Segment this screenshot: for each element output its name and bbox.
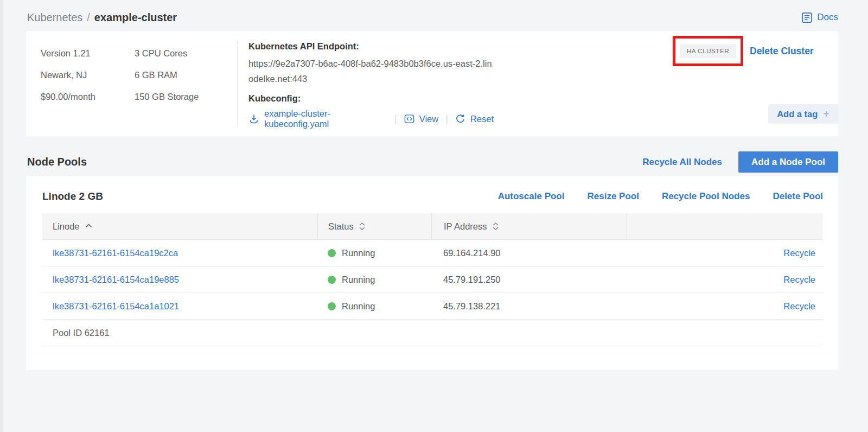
table-footer-row: Pool ID 62161 [42, 320, 823, 346]
node-link[interactable]: lke38731-62161-6154ca19e885 [53, 275, 179, 285]
api-endpoint-url: https://9e2a7307-b6ac-408f-ba62-9483b0b3… [248, 56, 494, 86]
recycle-node-button[interactable]: Recycle [783, 275, 815, 285]
view-code-icon [404, 114, 414, 124]
add-tag-button[interactable]: Add a tag + [768, 104, 838, 124]
column-header-ip-address[interactable]: IP Address [431, 213, 627, 239]
column-header-status[interactable]: Status [317, 213, 431, 239]
recycle-node-button[interactable]: Recycle [783, 301, 815, 312]
nodes-table: Linode Status IP Address [42, 213, 823, 346]
pool-name: Linode 2 GB [42, 190, 103, 202]
api-endpoint-label: Kubernetes API Endpoint: [248, 41, 494, 52]
breadcrumb-kubernetes[interactable]: Kubernetes [27, 11, 82, 24]
plus-icon: + [823, 109, 829, 119]
endpoint-block: Kubernetes API Endpoint: https://9e2a730… [248, 41, 494, 129]
node-status: Running [342, 301, 375, 312]
add-node-pool-button[interactable]: Add a Node Pool [738, 151, 838, 173]
column-header-actions [627, 213, 823, 239]
download-icon [248, 113, 259, 124]
summary-vertical-divider [237, 41, 238, 127]
kubeconfig-divider-1: | [392, 113, 399, 125]
resize-pool-button[interactable]: Resize Pool [587, 191, 639, 202]
status-running-icon [328, 302, 336, 310]
node-ip: 45.79.191.250 [443, 275, 501, 285]
page-left-edge [0, 0, 3, 432]
breadcrumb: Kubernetes / example-cluster [27, 11, 177, 24]
kubeconfig-view-link[interactable]: View [419, 114, 438, 124]
add-tag-label: Add a tag [777, 109, 818, 119]
cluster-cpu: 3 CPU Cores [135, 42, 199, 64]
delete-cluster-button[interactable]: Delete Cluster [750, 46, 814, 57]
cluster-version: Version 1.21 [41, 42, 95, 64]
cluster-summary-card: Version 1.21 Newark, NJ $90.00/month 3 C… [26, 31, 838, 136]
node-link[interactable]: lke38731-62161-6154ca19c2ca [53, 248, 178, 258]
docs-link[interactable]: Docs [801, 12, 838, 23]
node-ip: 45.79.138.221 [443, 301, 501, 312]
page-title: example-cluster [94, 11, 177, 24]
kubeconfig-download-link[interactable]: example-cluster-kubeconfig.yaml [264, 109, 387, 129]
node-pool-card: Linode 2 GB Autoscale Pool Resize Pool R… [26, 176, 838, 370]
node-pools-title: Node Pools [27, 156, 87, 168]
cluster-ram: 6 GB RAM [135, 64, 199, 86]
node-pools-actions: Recycle All Nodes Add a Node Pool [642, 151, 838, 173]
docs-label: Docs [817, 12, 838, 23]
reset-icon [455, 114, 465, 124]
autoscale-pool-button[interactable]: Autoscale Pool [498, 191, 565, 202]
breadcrumb-bar: Kubernetes / example-cluster Docs [27, 9, 838, 26]
cluster-region: Newark, NJ [41, 64, 95, 86]
node-link[interactable]: lke38731-62161-6154ca1a1021 [53, 301, 179, 312]
cluster-storage: 150 GB Storage [135, 86, 199, 107]
recycle-pool-nodes-button[interactable]: Recycle Pool Nodes [662, 191, 750, 202]
delete-pool-button[interactable]: Delete Pool [773, 191, 823, 202]
recycle-node-button[interactable]: Recycle [783, 248, 815, 258]
sort-both-icon [493, 223, 499, 230]
kubeconfig-label: Kubeconfig: [248, 93, 494, 104]
node-status: Running [342, 275, 375, 285]
kubeconfig-row: example-cluster-kubeconfig.yaml | View |… [248, 109, 494, 129]
recycle-all-nodes-button[interactable]: Recycle All Nodes [642, 157, 722, 168]
table-row: lke38731-62161-6154ca19e885 Running 45.7… [42, 266, 823, 293]
cluster-specs-column-1: Version 1.21 Newark, NJ $90.00/month [41, 42, 95, 107]
breadcrumb-separator: / [87, 11, 90, 24]
ha-cluster-badge: HA CLUSTER [680, 44, 736, 58]
table-row: lke38731-62161-6154ca1a1021 Running 45.7… [42, 293, 823, 320]
table-row: lke38731-62161-6154ca19c2ca Running 69.1… [42, 240, 823, 266]
cluster-price: $90.00/month [41, 86, 95, 107]
column-header-linode[interactable]: Linode [42, 213, 317, 239]
sort-both-icon [359, 223, 365, 230]
status-running-icon [328, 276, 336, 284]
cluster-specs-column-2: 3 CPU Cores 6 GB RAM 150 GB Storage [135, 42, 199, 107]
highlight-annotation: HA CLUSTER [673, 36, 743, 66]
docs-icon [801, 12, 813, 23]
node-status: Running [342, 248, 375, 258]
node-ip: 69.164.214.90 [443, 248, 501, 258]
status-running-icon [328, 249, 336, 257]
kubeconfig-reset-link[interactable]: Reset [470, 114, 494, 124]
table-header-row: Linode Status IP Address [42, 213, 823, 240]
pool-actions: Autoscale Pool Resize Pool Recycle Pool … [498, 191, 823, 202]
sort-ascending-icon [85, 220, 92, 230]
node-pools-header: Node Pools Recycle All Nodes Add a Node … [27, 151, 838, 173]
kubeconfig-divider-2: | [443, 113, 450, 125]
pool-id: Pool ID 62161 [42, 328, 110, 338]
pool-head: Linode 2 GB Autoscale Pool Resize Pool R… [26, 176, 838, 213]
